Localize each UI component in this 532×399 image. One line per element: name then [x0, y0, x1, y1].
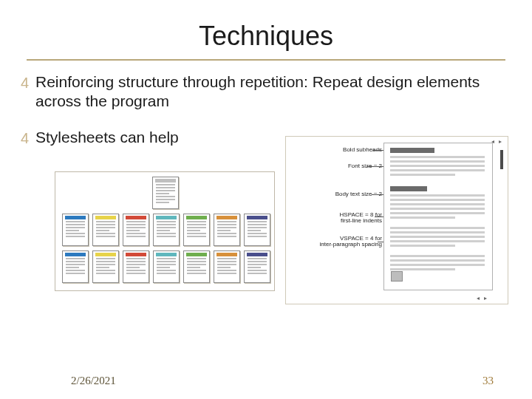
page-thumb: [183, 250, 210, 283]
spec-page: [383, 143, 493, 290]
page-thumb: [153, 214, 180, 246]
bullet-text: Reinforcing structure through repetition…: [35, 72, 511, 112]
page-thumb: [123, 250, 149, 283]
page-thumb: [92, 214, 119, 246]
footer: 2/26/2021 33: [0, 375, 532, 387]
page-thumb: [244, 250, 270, 283]
stylesheet-spec-figure: ◂ ▸ Bold subheads Font size = 2 Body tex…: [285, 136, 508, 304]
page-thumb: [214, 250, 240, 283]
page-thumb: [123, 214, 149, 246]
scroll-arrows-icon: ◂ ▸: [477, 295, 488, 301]
footer-date: 2/26/2021: [71, 375, 116, 387]
bullet-item: 4 Reinforcing structure through repetiti…: [21, 72, 511, 112]
footer-page-number: 33: [482, 375, 494, 387]
scroll-thumb-icon: [500, 150, 503, 169]
bullet-marker-icon: 4: [21, 129, 35, 148]
page-thumb: [214, 214, 240, 246]
page-thumb: [152, 177, 179, 209]
divider: [27, 59, 505, 61]
scroll-arrows-icon: ◂ ▸: [491, 138, 503, 145]
spec-label: VSPACE = 4 for inter-paragraph spacing: [320, 236, 383, 249]
bullet-marker-icon: 4: [21, 74, 35, 92]
repetition-grid-figure: [55, 171, 275, 291]
page-thumb: [92, 250, 119, 283]
spec-label: HSPACE = 8 for first-line indents: [340, 212, 382, 225]
page-thumb: [62, 214, 89, 246]
page-thumb: [183, 214, 210, 246]
slider-handle-icon: [391, 271, 403, 282]
slide: Techniques 4 Reinforcing structure throu…: [0, 0, 532, 399]
page-thumb: [153, 250, 180, 283]
slide-title: Techniques: [0, 0, 532, 59]
page-thumb: [244, 214, 270, 246]
page-thumb: [62, 250, 89, 283]
